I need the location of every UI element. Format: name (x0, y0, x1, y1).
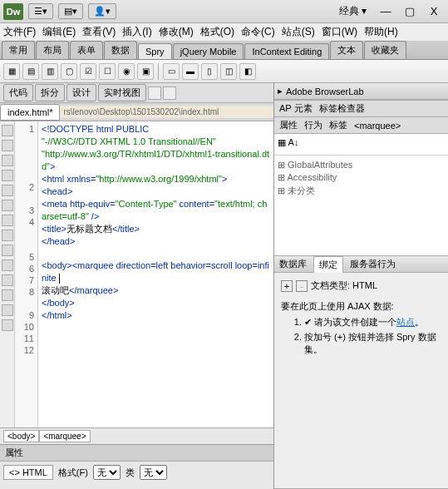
gutter-icon[interactable] (2, 140, 13, 151)
maximize-button[interactable]: ▢ (399, 5, 421, 17)
tab-bindings[interactable]: 绑定 (313, 256, 343, 273)
menu-window[interactable]: 窗口(W) (322, 25, 357, 39)
spry-icon-6[interactable]: ☐ (99, 63, 116, 80)
title-bar: Dw ☰▾ ▤▾ 👤▾ 经典 ▾ — ▢ X (0, 0, 448, 23)
browserlab-panel: ▸Adobe BrowserLab (274, 83, 448, 101)
spry-icon-11[interactable]: ▯ (201, 63, 218, 80)
menu-bar: 文件(F) 编辑(E) 查看(V) 插入(I) 修改(M) 格式(O) 命令(C… (0, 23, 448, 42)
expand-icon[interactable]: ▸ (278, 86, 283, 96)
code-view-button[interactable]: 代码 (3, 84, 33, 101)
gutter-icon[interactable] (2, 170, 13, 181)
menu-insert[interactable]: 插入(I) (122, 25, 151, 39)
subtab-tag[interactable]: 标签 (329, 119, 347, 131)
subtab-attributes[interactable]: 属性 (279, 119, 298, 131)
split-view-button[interactable]: 拆分 (35, 84, 65, 101)
tab-server-behaviors[interactable]: 服务器行为 (350, 258, 396, 270)
menu-edit[interactable]: 编辑(E) (42, 25, 76, 39)
tab-data[interactable]: 数据 (104, 41, 137, 59)
spry-icon-1[interactable]: ▦ (3, 63, 20, 80)
tab-text[interactable]: 文本 (330, 41, 363, 59)
design-view-button[interactable]: 设计 (66, 84, 96, 101)
menu-view[interactable]: 查看(V) (82, 25, 116, 39)
gutter-icon[interactable] (2, 319, 13, 331)
menu-site[interactable]: 站点(S) (282, 25, 315, 39)
spry-icon-7[interactable]: ◉ (118, 63, 135, 80)
bindings-panel: 数据库 绑定 服务器行为 + - 文档类型: HTML 要在此页上使用 AJAX… (274, 256, 448, 489)
tab-incontext[interactable]: InContext Editing (244, 43, 329, 59)
workspace-button[interactable]: ▤▾ (58, 3, 83, 19)
gutter-icon[interactable] (2, 185, 13, 196)
insert-tab-bar: 常用 布局 表单 数据 Spry jQuery Mobile InContext… (0, 42, 448, 60)
code-editor[interactable]: <!DOCTYPE html PUBLIC "-//W3C//DTD XHTML… (38, 121, 273, 427)
menu-command[interactable]: 命令(C) (241, 25, 275, 39)
step-2: 按加号 (+) 按钮并选择 Spry 数据集。 (304, 331, 441, 356)
live-code-icon[interactable] (163, 86, 176, 100)
spry-icon-13[interactable]: ◧ (239, 63, 256, 80)
close-button[interactable]: X (423, 5, 445, 17)
step-1: ✔ 请为该文件创建一个站点。 (304, 316, 441, 328)
spry-icon-3[interactable]: ▥ (42, 63, 58, 80)
document-tabs: index.html* rs\lenovo\Desktop\1501530202… (0, 103, 273, 121)
tag-marquee[interactable]: <marquee> (39, 430, 90, 442)
add-binding-button[interactable]: + (281, 280, 293, 292)
current-tag: <marquee> (354, 121, 401, 131)
inspect-icon[interactable] (148, 86, 161, 100)
menu-format[interactable]: 格式(O) (200, 25, 234, 39)
gutter-icon[interactable] (2, 244, 13, 256)
menu-file[interactable]: 文件(F) (3, 25, 36, 39)
tab-common[interactable]: 常用 (2, 41, 35, 59)
workspace-preset[interactable]: 经典 ▾ (339, 4, 367, 18)
insert-icon-bar: ▦ ▤ ▥ ▢ ☑ ☐ ◉ ▣ ▭ ▬ ▯ ◫ ◧ (0, 60, 448, 83)
class-label: 类 (126, 467, 135, 479)
spry-icon-5[interactable]: ☑ (80, 63, 96, 80)
user-button[interactable]: 👤▾ (88, 3, 116, 19)
gutter-icon[interactable] (2, 200, 13, 211)
spry-icon-10[interactable]: ▬ (182, 63, 199, 80)
doc-tab-index[interactable]: index.html* (0, 104, 60, 121)
tab-spry[interactable]: Spry (138, 43, 172, 59)
gutter-icon[interactable] (2, 125, 13, 136)
tab-database[interactable]: 数据库 (279, 258, 307, 270)
panel-title[interactable]: Adobe BrowserLab (286, 86, 364, 96)
tab-tag-inspector[interactable]: 标签检查器 (319, 102, 365, 115)
menu-modify[interactable]: 修改(M) (159, 25, 194, 39)
doctype-label: 文档类型: HTML (311, 279, 377, 292)
live-view-button[interactable]: 实时视图 (98, 84, 146, 101)
tab-ap-elements[interactable]: AP 元素 (279, 102, 313, 115)
spry-icon-12[interactable]: ◫ (220, 63, 237, 80)
category-view-icon[interactable]: ▦ (278, 137, 286, 147)
window-controls: — ▢ X (375, 5, 445, 17)
site-link[interactable]: 站点 (396, 317, 415, 327)
remove-binding-button[interactable]: - (296, 280, 308, 292)
format-label: 格式(F) (58, 467, 88, 479)
format-select[interactable]: 无 (93, 465, 121, 480)
tab-layout[interactable]: 布局 (36, 41, 69, 59)
minimize-button[interactable]: — (375, 5, 396, 17)
tab-jquery-mobile[interactable]: jQuery Mobile (173, 43, 244, 59)
code-tool-gutter (0, 121, 15, 427)
spry-icon-8[interactable]: ▣ (137, 63, 154, 80)
gutter-icon[interactable] (2, 215, 13, 226)
ajax-info: 要在此页上使用 AJAX 数据: ✔ 请为该文件创建一个站点。 按加号 (+) … (281, 300, 441, 356)
layout-menu-button[interactable]: ☰▾ (28, 3, 53, 19)
gutter-icon[interactable] (2, 274, 13, 286)
spry-icon-2[interactable]: ▤ (22, 63, 39, 80)
spry-icon-4[interactable]: ▢ (61, 63, 77, 80)
menu-help[interactable]: 帮助(H) (364, 25, 398, 39)
html-mode-button[interactable]: <> HTML (3, 465, 53, 480)
spry-icon-9[interactable]: ▭ (163, 63, 180, 80)
list-view-icon[interactable]: A↓ (288, 137, 298, 147)
class-select[interactable]: 无 (140, 465, 167, 480)
tag-body[interactable]: <body> (3, 430, 39, 442)
tab-favorites[interactable]: 收藏夹 (364, 41, 406, 59)
tab-form[interactable]: 表单 (70, 41, 103, 59)
gutter-icon[interactable] (2, 304, 13, 316)
subtab-behaviors[interactable]: 行为 (304, 119, 322, 131)
gutter-icon[interactable] (2, 230, 13, 241)
app-logo: Dw (3, 3, 23, 20)
properties-header[interactable]: 属性 (0, 445, 273, 462)
gutter-icon[interactable] (2, 289, 13, 301)
attribute-list[interactable]: ⊞ GlobalAttributes ⊞ Accessibility ⊞ 未分类 (274, 156, 448, 255)
gutter-icon[interactable] (2, 155, 13, 166)
gutter-icon[interactable] (2, 259, 13, 271)
